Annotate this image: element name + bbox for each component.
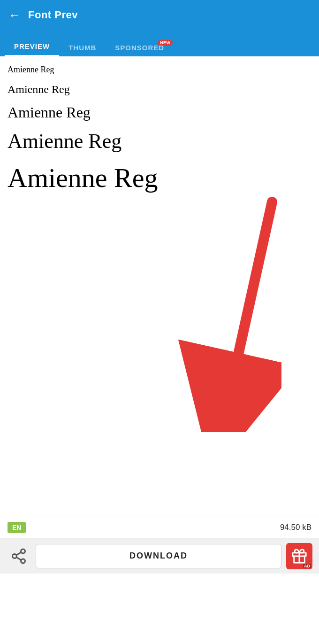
arrow-annotation: [178, 197, 281, 432]
info-bar: EN 94.50 kB: [0, 517, 319, 538]
svg-line-5: [16, 557, 21, 560]
bottom-bar: DOWNLOAD AD: [0, 538, 319, 574]
tab-preview[interactable]: PREVIEW: [5, 38, 59, 56]
back-button[interactable]: ←: [8, 9, 21, 21]
ad-label: AD: [303, 564, 311, 568]
gift-ad-button[interactable]: AD: [286, 543, 312, 569]
file-size: 94.50 kB: [280, 523, 311, 532]
download-button[interactable]: DOWNLOAD: [36, 544, 281, 568]
preview-size-5: Amienne Reg: [0, 158, 319, 198]
preview-size-4: Amienne Reg: [0, 125, 319, 158]
page-title: Font Prev: [28, 9, 78, 21]
app-header: ← Font Prev: [0, 0, 319, 30]
sponsored-label: SPONSORED: [115, 44, 164, 52]
tab-bar: PREVIEW THUMB SPONSORED New: [0, 30, 319, 56]
language-badge: EN: [8, 522, 26, 533]
svg-line-6: [16, 552, 21, 555]
tab-thumb[interactable]: THUMB: [59, 39, 106, 56]
preview-content: Amienne Reg Amienne Reg Amienne Reg Amie…: [0, 56, 319, 517]
new-badge: New: [158, 40, 173, 46]
preview-size-1: Amienne Reg: [0, 61, 319, 79]
share-button[interactable]: [7, 544, 31, 568]
preview-size-2: Amienne Reg: [0, 79, 319, 100]
tab-sponsored[interactable]: SPONSORED New: [106, 39, 174, 56]
preview-size-3: Amienne Reg: [0, 100, 319, 125]
svg-line-1: [225, 202, 272, 413]
